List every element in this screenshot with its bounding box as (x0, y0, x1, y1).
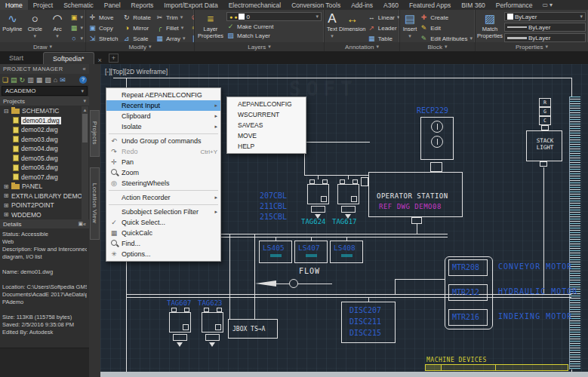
hydraulic-motor-label[interactable]: HYDRAULIC MOTOR (498, 287, 577, 296)
move-button[interactable]: ✛Move (88, 12, 118, 23)
leader-button[interactable]: ↗Leader▾ (368, 23, 399, 33)
details-pin-icon[interactable]: ▣ (78, 221, 83, 227)
rotate-button[interactable]: ↻Rotate (122, 12, 151, 23)
stack-light-box[interactable]: STACK LIGHT (526, 130, 562, 161)
tree-node-wddemo[interactable]: ⊞WDDEMO (0, 210, 89, 220)
jbox-box[interactable]: JBOX TS→A (228, 319, 278, 339)
drawing-bottom-scrollbar[interactable] (100, 372, 588, 377)
stretch-button[interactable]: ⇲Stretch (88, 33, 118, 42)
menu-item-pan[interactable]: ✛Pan (106, 157, 220, 167)
draw-extra-button-2[interactable]: ▦▾ (69, 23, 83, 33)
tree-node-point2point[interactable]: ⊞POINT2POINT (0, 201, 89, 210)
make-current-button[interactable]: ✓Make Current (226, 23, 322, 30)
tree-node-panel[interactable]: ⊞PANEL (0, 182, 89, 192)
cable-label-215[interactable]: 215CBL (260, 212, 287, 222)
tab-panel[interactable]: Panel (99, 0, 126, 10)
operator-station-box[interactable]: OPERATOR STATION REF DWG DEMO08 (368, 172, 463, 217)
plot-icon[interactable]: ▧ (45, 76, 51, 84)
tag624-label[interactable]: TAG624 (301, 218, 326, 225)
tag607-label[interactable]: TAG607 (167, 299, 192, 307)
draw-extra-button-3[interactable]: ○▾ (69, 33, 83, 42)
text-button[interactable]: A Text ▾ (327, 11, 337, 39)
viewport-controls[interactable]: [-][Top][2D Wireframe] (105, 68, 168, 75)
fillet-button[interactable]: ╭Fillet▾ (155, 23, 186, 33)
menu-item-quickcalc[interactable]: ▦QuickCalc (106, 228, 220, 238)
projects-section-header[interactable]: Projects ▾ (0, 97, 89, 106)
tree-node-demo04[interactable]: demo04.dwg (0, 144, 89, 154)
recp-label[interactable]: RECP229 (417, 106, 448, 115)
tab-softpedia[interactable]: Softpedia* (43, 52, 94, 64)
collapse-panel-icon[interactable]: « (83, 66, 86, 72)
menu-item-steeringwheels[interactable]: ◎SteeringWheels (106, 178, 220, 188)
submenu-item-help[interactable]: HELP (227, 141, 306, 152)
cable-label-211[interactable]: 211CBL (260, 201, 287, 212)
tab-location-view-vertical[interactable]: Location View (90, 167, 100, 240)
valve-symbol-tag607[interactable] (169, 308, 192, 347)
cable-label-207[interactable]: 207CBL (260, 191, 287, 201)
linetype-control[interactable]: ByLayer (504, 23, 586, 32)
project-select[interactable]: ACADEMO ▾ (2, 86, 88, 96)
menu-item-find[interactable]: Find... (106, 238, 220, 249)
menu-item-zoom[interactable]: Zoom (106, 167, 220, 178)
modify-extra-button-2[interactable]: ≈ (190, 23, 194, 33)
stack-cell-red[interactable]: R (539, 98, 551, 107)
create-button[interactable]: ✚Create (420, 12, 473, 23)
submenu-item-move[interactable]: MOVE (227, 130, 306, 141)
expander-icon[interactable]: ⊞ (3, 202, 9, 209)
terminal-strip-symbol[interactable] (569, 97, 580, 369)
trim-button[interactable]: ✂Trim▾ (155, 12, 186, 23)
mirror-button[interactable]: ◑Mirror (122, 23, 151, 33)
ls408-box[interactable]: LS408 (330, 241, 363, 263)
tree-node-demo06[interactable]: demo06.dwg (0, 163, 89, 173)
draw-panel-label[interactable]: Draw▾ (0, 42, 85, 51)
copy-button[interactable]: ▣Copy (88, 23, 118, 33)
conveyor-motor-label[interactable]: CONVEYOR MOTOR (498, 262, 572, 271)
mtr212-box[interactable]: MTR212 (448, 284, 488, 301)
menu-item-action-recorder[interactable]: Action Recorder▸ (106, 192, 220, 203)
edit-attributes-button[interactable]: ✎Edit Attributes▾ (420, 33, 473, 42)
transmit-icon[interactable]: ✉ (60, 76, 66, 84)
indexing-motor-label[interactable]: INDEXING MOTOR (498, 312, 572, 320)
menu-item-options[interactable]: ✳Options... (106, 249, 220, 259)
tree-node-demo05[interactable]: demo05.dwg (0, 154, 89, 164)
layer-properties-button[interactable]: ≡ Layer Properties (197, 11, 224, 39)
mtr208-box[interactable]: MTR208 (448, 259, 488, 276)
receptacle-symbol[interactable] (420, 117, 454, 160)
expander-icon[interactable]: ⊞ (3, 211, 9, 218)
tab-reports[interactable]: Reports (126, 0, 159, 10)
match-properties-button[interactable]: ▨ Match Properties (478, 11, 502, 39)
layer-select[interactable]: ● ● 0 ▾ (226, 12, 322, 21)
modify-extra-button-3[interactable]: ∥ (190, 33, 194, 42)
valve-symbol-tag624[interactable] (307, 179, 330, 219)
machine-devices-label[interactable]: MACHINE DEVICES (426, 357, 487, 363)
submenu-item-wscurrent[interactable]: WSCURRENT (227, 109, 306, 120)
valve-symbol-tag623[interactable] (202, 308, 224, 347)
expander-icon[interactable]: ⊞ (3, 192, 9, 199)
insert-button[interactable]: ▤ Insert ▾ (402, 11, 417, 39)
tree-node-schematic[interactable]: ⊟SCHEMATIC (0, 106, 89, 116)
tab-start[interactable]: Start (0, 52, 32, 64)
menu-item-repeat-aepanelconfig[interactable]: Repeat AEPANELCONFIG (106, 90, 220, 100)
stack-cell-amber[interactable]: C (539, 116, 551, 125)
annotation-panel-label[interactable]: Annotation▾ (325, 42, 399, 51)
dimension-button[interactable]: ↔ Dimension (340, 11, 365, 32)
tab-bim-360[interactable]: BIM 360 (456, 0, 491, 10)
tree-node-demo07[interactable]: demo07.dwg (0, 173, 89, 182)
circle-button[interactable]: ○ Circle ▾ (25, 11, 45, 39)
lineweight-control[interactable]: ByLayer (504, 33, 586, 42)
details-header[interactable]: Details ▣ « (0, 219, 89, 228)
menu-item-subobject-selection-filter[interactable]: Subobject Selection Filter▸ (106, 207, 220, 217)
open-project-icon[interactable]: ▤ (11, 76, 17, 84)
new-tab-button[interactable]: + (109, 54, 119, 63)
drawing-list-icon[interactable]: ▦ (36, 76, 43, 84)
tag617-label[interactable]: TAG617 (332, 218, 357, 225)
tab-project[interactable]: Project (28, 0, 58, 10)
tree-node-demo01[interactable]: demo01.dwg (0, 116, 89, 126)
tab-projects-vertical[interactable]: Projects (90, 110, 100, 157)
stack-cell-green[interactable]: G (539, 107, 551, 116)
valve-symbol-tag617[interactable] (337, 179, 360, 219)
scroll-up-icon[interactable]: ▲ (82, 106, 88, 113)
ls405-box[interactable]: LS405 (259, 241, 292, 263)
modify-panel-label[interactable]: Modify▾ (86, 42, 194, 51)
expander-icon[interactable]: ⊞ (3, 183, 9, 190)
